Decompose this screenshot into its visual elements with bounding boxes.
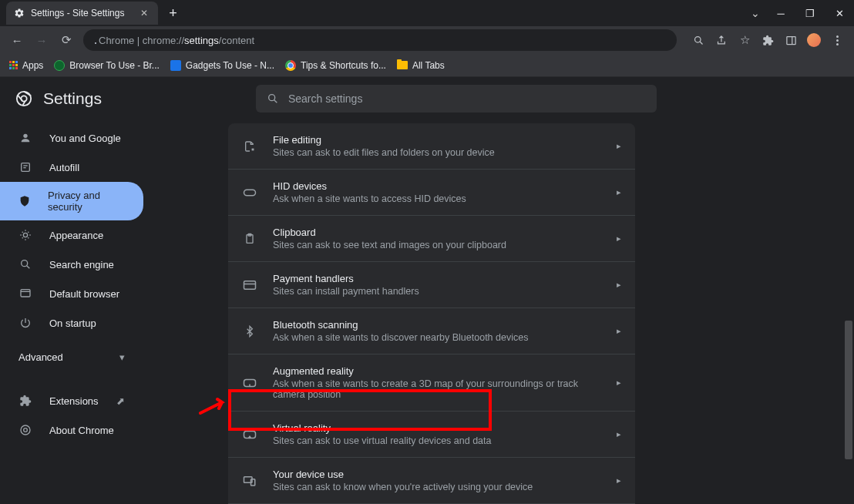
ar-icon [242, 375, 257, 391]
menu-button[interactable] [826, 29, 848, 51]
chevron-right-icon: ▸ [617, 475, 621, 486]
sidebar-item-autofill[interactable]: Autofill [0, 153, 197, 182]
svg-point-11 [23, 134, 27, 138]
address-bar[interactable]: Chrome | chrome://settings/content [83, 29, 677, 51]
sidebar-item-default-browser[interactable]: Default browser [0, 279, 197, 308]
profile-avatar[interactable] [803, 29, 825, 51]
page-title: Settings [43, 89, 102, 108]
svg-point-21 [24, 428, 28, 432]
toolbar: ← → ⟳ Chrome | chrome://settings/content… [0, 26, 854, 54]
reload-button[interactable]: ⟳ [55, 29, 77, 51]
new-tab-button[interactable]: + [163, 3, 183, 23]
sidebar-item-on-startup[interactable]: On startup [0, 308, 197, 338]
title-bar: Settings - Site Settings ✕ + ⌄ ─ ❐ ✕ [0, 0, 854, 26]
puzzle-icon [18, 394, 32, 408]
row-clipboard[interactable]: ClipboardSites can ask to see text and i… [228, 216, 635, 262]
back-button[interactable]: ← [6, 29, 28, 51]
chevron-right-icon: ▸ [617, 234, 621, 244]
row-bluetooth-scanning[interactable]: Bluetooth scanningAsk when a site wants … [228, 308, 635, 354]
credit-card-icon [242, 277, 257, 293]
svg-line-17 [27, 266, 30, 269]
clipboard-icon [242, 231, 257, 247]
zoom-icon[interactable] [688, 29, 709, 51]
chevron-right-icon: ▸ [617, 429, 621, 439]
sidebar-item-appearance[interactable]: Appearance [0, 220, 197, 250]
svg-point-15 [23, 233, 27, 237]
bookmark-apps[interactable]: Apps [9, 60, 43, 71]
chrome-icon [18, 423, 32, 437]
maximize-button[interactable]: ❐ [795, 0, 825, 26]
tab-search-icon[interactable]: ⌄ [745, 7, 766, 19]
permissions-card: File editingSites can ask to edit files … [228, 123, 635, 504]
sidebar-item-privacy[interactable]: Privacy and security [0, 182, 143, 220]
devices-icon [242, 473, 257, 489]
chevron-right-icon: ▸ [617, 378, 621, 388]
minimize-button[interactable]: ─ [766, 0, 795, 26]
row-augmented-reality[interactable]: Augmented realityAsk when a site wants t… [228, 354, 635, 412]
appearance-icon [18, 228, 32, 242]
bookmark-item[interactable]: Gadgets To Use - N... [170, 60, 274, 71]
svg-point-20 [21, 425, 30, 435]
chevron-right-icon: ▸ [617, 187, 621, 197]
bluetooth-icon [242, 324, 257, 339]
forward-button[interactable]: → [31, 29, 52, 51]
extensions-icon[interactable] [757, 29, 778, 51]
search-icon [18, 257, 32, 271]
sidebar-item-you-and-google[interactable]: You and Google [0, 123, 197, 153]
svg-point-9 [269, 95, 275, 101]
sidebar-extensions[interactable]: Extensions⬈ [0, 386, 197, 415]
search-settings-input[interactable]: Search settings [256, 85, 657, 113]
row-hid-devices[interactable]: HID devicesAsk when a site wants to acce… [228, 170, 635, 216]
bookmark-item[interactable]: Tips & Shortcuts fo... [285, 60, 386, 71]
share-icon[interactable] [711, 29, 732, 51]
browser-icon [18, 287, 32, 301]
file-edit-icon [242, 139, 257, 154]
svg-line-10 [274, 100, 277, 103]
power-icon [18, 316, 32, 330]
svg-rect-22 [244, 190, 256, 196]
row-virtual-reality[interactable]: Virtual realitySites can ask to use virt… [228, 412, 635, 458]
settings-header: Settings Search settings [0, 77, 854, 120]
settings-content: File editingSites can ask to edit files … [197, 120, 854, 504]
browser-tab[interactable]: Settings - Site Settings ✕ [6, 2, 158, 25]
scrollbar-track [843, 120, 854, 504]
autofill-icon [18, 160, 32, 174]
row-file-editing[interactable]: File editingSites can ask to edit files … [228, 123, 635, 170]
shield-icon [18, 194, 31, 208]
svg-point-16 [22, 260, 28, 267]
external-link-icon: ⬈ [116, 395, 125, 407]
bookmark-folder[interactable]: All Tabs [397, 60, 445, 71]
side-panel-icon[interactable] [780, 29, 802, 51]
sidebar-item-search-engine[interactable]: Search engine [0, 250, 197, 279]
svg-line-1 [700, 42, 702, 44]
sidebar-about-chrome[interactable]: About Chrome [0, 415, 197, 445]
row-payment-handlers[interactable]: Payment handlersSites can install paymen… [228, 262, 635, 308]
url-text: Chrome | chrome://settings/content [99, 35, 254, 46]
annotation-arrow [199, 396, 230, 419]
vr-icon [242, 427, 257, 442]
window-controls: ⌄ ─ ❐ ✕ [745, 0, 854, 26]
chevron-down-icon: ▾ [119, 351, 125, 363]
search-icon [267, 92, 279, 105]
scrollbar-thumb[interactable] [845, 321, 852, 459]
svg-rect-2 [786, 36, 795, 44]
gamepad-icon [242, 185, 257, 200]
bookmark-star-icon[interactable]: ☆ [734, 29, 755, 51]
gear-icon [14, 8, 25, 18]
sidebar-advanced-toggle[interactable]: Advanced▾ [0, 342, 197, 372]
chevron-right-icon: ▸ [617, 326, 621, 336]
tab-title: Settings - Site Settings [31, 8, 124, 18]
bookmark-item[interactable]: Browser To Use - Br... [54, 60, 159, 71]
chevron-right-icon: ▸ [617, 280, 621, 290]
svg-rect-25 [244, 281, 256, 289]
close-window-button[interactable]: ✕ [825, 0, 854, 26]
person-icon [18, 131, 32, 145]
row-your-device-use[interactable]: Your device useSites can ask to know whe… [228, 458, 635, 504]
svg-point-0 [694, 36, 701, 42]
close-tab-icon[interactable]: ✕ [138, 7, 150, 19]
chrome-logo-icon [15, 90, 32, 107]
settings-sidebar: You and Google Autofill Privacy and secu… [0, 120, 197, 504]
svg-rect-18 [21, 290, 30, 297]
bookmarks-bar: Apps Browser To Use - Br... Gadgets To U… [0, 54, 854, 77]
chevron-right-icon: ▸ [617, 141, 621, 151]
